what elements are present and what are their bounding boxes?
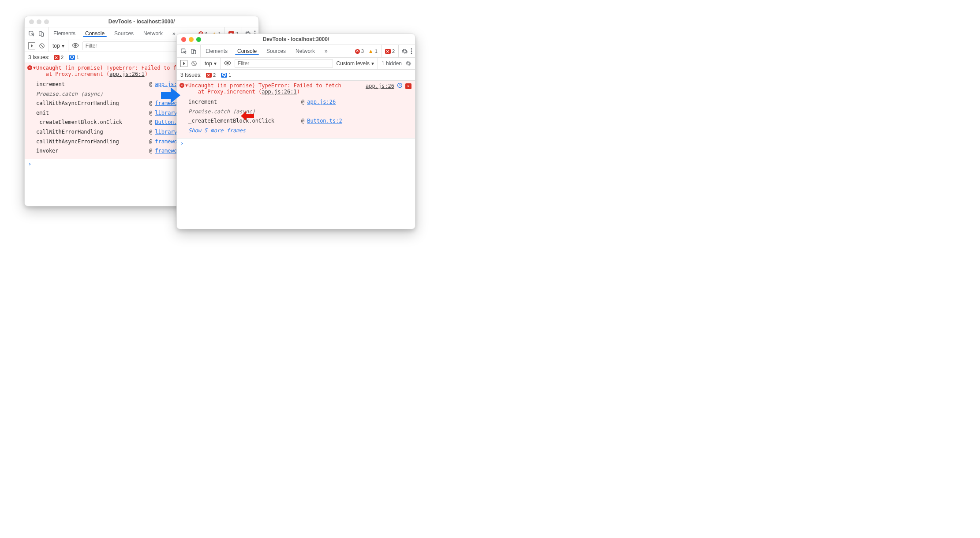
tab-elements[interactable]: Elements bbox=[49, 30, 80, 37]
disclosure-triangle[interactable]: ▼ bbox=[185, 83, 188, 88]
tab-console[interactable]: Console bbox=[80, 30, 109, 37]
traffic-dot bbox=[44, 19, 49, 24]
source-link[interactable]: app.js:26:1 bbox=[109, 71, 144, 77]
frame-at: @ bbox=[149, 137, 152, 147]
error-icon: ✕ bbox=[27, 65, 32, 70]
filter-input[interactable] bbox=[235, 59, 333, 68]
inspect-icon[interactable] bbox=[180, 48, 187, 55]
frame-at: @ bbox=[149, 80, 152, 90]
stack-frame: increment@ app.js:26 bbox=[188, 97, 412, 107]
clear-console-icon[interactable] bbox=[191, 60, 197, 67]
panel-tabs: Elements Console Sources Network » ✕3 ▲1… bbox=[177, 45, 415, 58]
window-title: DevTools - localhost:3000/ bbox=[177, 36, 415, 42]
frame-function: Promise.catch (async) bbox=[188, 107, 255, 117]
svg-rect-10 bbox=[193, 50, 195, 54]
svg-point-13 bbox=[411, 53, 412, 54]
gear-icon[interactable] bbox=[401, 48, 408, 55]
gear-icon[interactable] bbox=[405, 60, 411, 67]
frame-at: @ bbox=[301, 116, 304, 126]
issue-count-msg: 1 bbox=[76, 55, 79, 60]
frame-function: Promise.catch (async) bbox=[36, 90, 103, 99]
toggle-console-drawer-icon[interactable] bbox=[180, 60, 187, 67]
hidden-count[interactable]: 1 hidden bbox=[382, 60, 402, 67]
frame-at: @ bbox=[149, 146, 152, 156]
svg-rect-2 bbox=[41, 33, 43, 36]
frame-function: emit bbox=[36, 108, 146, 118]
issue-count-msg: 1 bbox=[228, 72, 231, 78]
clear-console-icon[interactable] bbox=[39, 43, 45, 49]
stack-frame: _createElementBlock.onClick@ Button.ts:2 bbox=[188, 116, 412, 126]
stack-trace: increment@ app.js:26Promise.catch (async… bbox=[188, 97, 412, 126]
close-icon[interactable] bbox=[181, 37, 186, 42]
frame-function: callWithErrorHandling bbox=[36, 127, 146, 137]
source-link[interactable]: app.js:26:1 bbox=[262, 89, 296, 95]
warning-counter[interactable]: ▲1 bbox=[367, 48, 378, 54]
source-link[interactable]: app.js:26 bbox=[366, 83, 394, 89]
kebab-icon[interactable] bbox=[411, 48, 412, 54]
tab-sources[interactable]: Sources bbox=[262, 48, 291, 54]
show-more-frames-link[interactable]: Show 5 more frames bbox=[188, 126, 412, 136]
inspect-icon[interactable] bbox=[28, 30, 35, 37]
frame-function: increment bbox=[188, 97, 299, 107]
window-controls[interactable] bbox=[177, 37, 212, 42]
tab-network[interactable]: Network bbox=[291, 48, 320, 54]
device-toggle-icon[interactable] bbox=[191, 48, 197, 55]
issues-label: 3 Issues: bbox=[180, 72, 202, 78]
issue-count-err: 2 bbox=[213, 72, 216, 78]
svg-point-3 bbox=[254, 31, 256, 32]
tab-sources[interactable]: Sources bbox=[109, 30, 138, 37]
frame-source-link[interactable]: Button.ts:2 bbox=[307, 116, 342, 126]
toggle-console-drawer-icon[interactable] bbox=[28, 42, 35, 49]
frame-function: increment bbox=[36, 80, 146, 90]
issues-label: 3 Issues: bbox=[28, 54, 49, 60]
frame-function: _createElementBlock.onClick bbox=[36, 118, 146, 127]
disclosure-triangle[interactable]: ▼ bbox=[33, 65, 36, 70]
console-output: ✕ ▼ app.js:26 ✕ Uncaught (in promise) Ty… bbox=[177, 81, 415, 229]
issue-badge-icon[interactable]: ✕ bbox=[405, 83, 411, 89]
frame-at: @ bbox=[149, 99, 152, 108]
tab-elements[interactable]: Elements bbox=[201, 48, 232, 54]
stack-frame: Promise.catch (async) bbox=[188, 107, 412, 117]
frame-function: invoker bbox=[36, 146, 146, 156]
svg-point-12 bbox=[411, 51, 412, 52]
svg-point-15 bbox=[227, 62, 228, 64]
reload-icon[interactable] bbox=[397, 82, 403, 90]
tab-network[interactable]: Network bbox=[138, 30, 168, 37]
frame-function: callWithAsyncErrorHandling bbox=[36, 99, 146, 108]
minimize-icon[interactable] bbox=[189, 37, 194, 42]
devtools-window-right: DevTools - localhost:3000/ Elements Cons… bbox=[176, 34, 415, 229]
frame-function: callWithAsyncErrorHandling bbox=[36, 137, 146, 147]
device-toggle-icon[interactable] bbox=[38, 30, 45, 37]
svg-point-11 bbox=[411, 49, 412, 50]
titlebar: DevTools - localhost:3000/ bbox=[25, 16, 258, 27]
svg-point-7 bbox=[75, 45, 76, 46]
frame-at: @ bbox=[149, 118, 152, 127]
issue-count-err: 2 bbox=[61, 55, 64, 60]
frame-function: _createElementBlock.onClick bbox=[188, 116, 299, 126]
zoom-icon[interactable] bbox=[196, 37, 201, 42]
window-controls[interactable] bbox=[25, 19, 60, 24]
frame-at: @ bbox=[149, 127, 152, 137]
error-message: ✕ ▼ app.js:26 ✕ Uncaught (in promise) Ty… bbox=[177, 81, 415, 138]
traffic-dot bbox=[37, 19, 41, 24]
tab-console[interactable]: Console bbox=[232, 48, 262, 54]
counter-value: 2 bbox=[392, 49, 395, 54]
issues-flag-counter[interactable]: ✕2 bbox=[384, 49, 396, 54]
titlebar: DevTools - localhost:3000/ bbox=[177, 34, 415, 45]
live-expression-icon[interactable] bbox=[72, 43, 79, 49]
error-icon: ✕ bbox=[180, 83, 184, 88]
context-selector[interactable]: top▾ bbox=[52, 43, 64, 49]
frame-at: @ bbox=[149, 108, 152, 118]
live-expression-icon[interactable] bbox=[224, 60, 231, 67]
console-prompt[interactable]: › bbox=[177, 138, 415, 148]
counter-value: 3 bbox=[361, 49, 364, 54]
log-levels-dropdown[interactable]: Custom levels▾ bbox=[337, 60, 374, 67]
traffic-dot bbox=[29, 19, 34, 24]
frame-at: @ bbox=[301, 97, 304, 107]
context-selector[interactable]: top▾ bbox=[205, 60, 217, 67]
error-counter[interactable]: ✕3 bbox=[354, 49, 365, 54]
console-filter-bar: top▾ Custom levels▾ 1 hidden bbox=[177, 58, 415, 70]
issues-bar[interactable]: 3 Issues: ✕2 🗨1 bbox=[177, 70, 415, 81]
frame-source-link[interactable]: app.js:26 bbox=[307, 97, 336, 107]
tab-overflow[interactable]: » bbox=[320, 48, 333, 54]
